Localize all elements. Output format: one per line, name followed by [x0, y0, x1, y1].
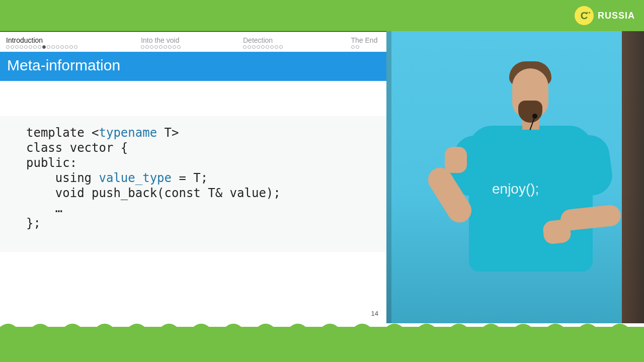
nav-progress-dots	[243, 45, 351, 49]
progress-dot	[154, 45, 158, 49]
progress-dot	[33, 45, 37, 49]
logo-badge-circle: C ++	[575, 6, 594, 25]
progress-dot	[164, 45, 167, 49]
tshirt-word: enjoy	[492, 181, 526, 197]
progress-dot	[20, 45, 23, 49]
top-banner: C ++ RUSSIA	[0, 0, 644, 31]
speaker-torso	[469, 126, 593, 272]
progress-dot	[150, 45, 153, 49]
speaker-hand-left	[445, 147, 467, 173]
speaker-camera-feed: enjoy();	[386, 31, 644, 323]
nav-label: Detection	[243, 36, 351, 44]
progress-dot	[47, 45, 50, 49]
progress-dot	[11, 45, 14, 49]
progress-dot	[177, 45, 181, 49]
progress-dot	[270, 45, 274, 49]
tshirt-print: enjoy();	[492, 181, 539, 197]
video-frame: C ++ RUSSIA Introduction Into the void D…	[0, 0, 644, 362]
progress-dot	[261, 45, 265, 49]
nav-progress-dots	[351, 45, 381, 49]
nav-section-detection: Detection	[243, 36, 351, 49]
code-line-6: void push_back(const T& value);	[26, 186, 366, 201]
progress-dot	[69, 45, 73, 49]
nav-progress-dots	[6, 45, 141, 49]
nav-label: Into the void	[141, 36, 243, 44]
conference-logo: C ++ RUSSIA	[575, 6, 635, 25]
progress-dot	[56, 45, 59, 49]
code-line-9: };	[26, 216, 366, 231]
progress-dot	[15, 45, 19, 49]
slide-page-number: 14	[371, 310, 378, 317]
progress-dot	[243, 45, 247, 49]
presentation-slide: Introduction Into the void Detection The…	[0, 32, 386, 323]
progress-dot	[275, 45, 278, 49]
logo-plus: ++	[586, 11, 591, 15]
progress-dot	[168, 45, 172, 49]
nav-label: The End	[351, 36, 381, 44]
progress-dot	[29, 45, 32, 49]
progress-dot	[6, 45, 10, 49]
progress-dot	[266, 45, 269, 49]
slide-section-nav: Introduction Into the void Detection The…	[0, 32, 386, 49]
code-block: template <typename T> class vector { pub…	[0, 116, 386, 252]
logo-text: RUSSIA	[598, 11, 635, 21]
bottom-banner	[0, 327, 644, 362]
code-line-3: public:	[26, 155, 366, 170]
backdrop-curtain-right	[622, 31, 644, 323]
progress-dot	[42, 45, 46, 49]
progress-dot	[51, 45, 55, 49]
code-line-2: class vector {	[26, 140, 366, 155]
nav-section-into-the-void: Into the void	[141, 36, 243, 49]
progress-dot	[248, 45, 251, 49]
speaker-hand-right	[542, 219, 572, 244]
progress-dot	[252, 45, 256, 49]
progress-dot	[141, 45, 144, 49]
nav-section-the-end: The End	[351, 36, 381, 49]
backdrop-edge-left	[386, 31, 391, 323]
slide-title: Meta-information	[0, 52, 386, 81]
progress-dot	[257, 45, 260, 49]
code-line-8: …	[26, 201, 366, 216]
progress-dot	[74, 45, 77, 49]
progress-dot	[145, 45, 149, 49]
progress-dot	[173, 45, 176, 49]
progress-dot	[24, 45, 28, 49]
code-line-4: using value_type = T;	[26, 170, 366, 186]
progress-dot	[65, 45, 68, 49]
speaker-figure: enjoy();	[414, 46, 625, 323]
nav-progress-dots	[141, 45, 243, 49]
nav-section-introduction: Introduction	[6, 36, 141, 49]
tshirt-parens: ();	[526, 181, 539, 197]
progress-dot	[279, 45, 283, 49]
progress-dot	[38, 45, 41, 49]
progress-dot	[60, 45, 64, 49]
code-line-1: template <typename T>	[26, 125, 366, 140]
progress-dot	[356, 45, 359, 49]
nav-label: Introduction	[6, 36, 141, 44]
progress-dot	[159, 45, 163, 49]
progress-dot	[351, 45, 355, 49]
